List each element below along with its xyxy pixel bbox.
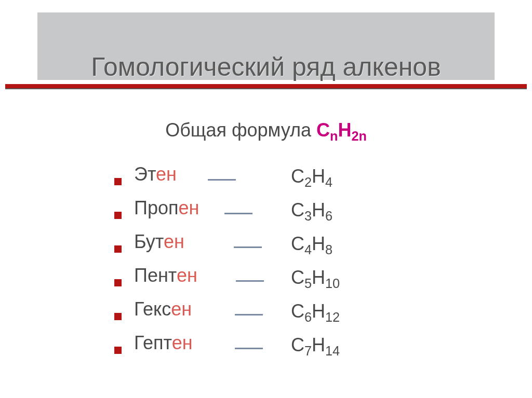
bullet-icon (114, 313, 122, 320)
compound-name: Этен (134, 163, 238, 185)
connector-line (224, 213, 252, 214)
compound-name: Бутен (134, 231, 238, 253)
bullet-icon (114, 212, 122, 219)
compound-name: Пропен (134, 197, 238, 219)
list-item: ГептенC7H14 (114, 332, 436, 366)
name-stem: Гепт (134, 332, 172, 353)
bullet-icon (114, 178, 122, 185)
bullet-icon (114, 347, 122, 354)
name-suffix: ен (177, 265, 197, 286)
slide: Гомологический ряд алкенов Общая формула… (0, 0, 532, 398)
connector-line (235, 314, 263, 315)
general-formula: CnH2n (316, 119, 367, 141)
list-item: ПропенC3H6 (114, 197, 436, 231)
bullet-icon (114, 279, 122, 286)
general-formula-line: Общая формула CnH2n (0, 119, 532, 141)
homologous-list: ЭтенC2H4ПропенC3H6БутенC4H8ПентенC5H10Ге… (114, 163, 436, 366)
list-item: ЭтенC2H4 (114, 163, 436, 197)
name-suffix: ен (178, 197, 199, 218)
page-title: Гомологический ряд алкенов (37, 12, 495, 81)
name-stem: Гекс (134, 298, 171, 320)
subtitle-prefix: Общая формула (165, 119, 316, 141)
name-stem: Бут (134, 231, 164, 252)
divider-thin (5, 88, 527, 89)
name-stem: Пент (134, 265, 177, 286)
name-suffix: ен (171, 298, 192, 320)
divider-red (5, 84, 527, 88)
molecular-formula: C2H4 (291, 166, 332, 187)
list-item: БутенC4H8 (114, 231, 436, 265)
compound-name: Гексен (134, 298, 238, 320)
molecular-formula: C5H10 (291, 267, 340, 289)
molecular-formula: C3H6 (291, 199, 332, 221)
molecular-formula: C7H14 (291, 334, 340, 356)
connector-line (235, 348, 263, 349)
compound-name: Пентен (134, 265, 238, 286)
name-suffix: ен (172, 332, 193, 353)
list-item: ГексенC6H12 (114, 298, 436, 332)
connector-line (208, 179, 236, 181)
name-stem: Проп (134, 197, 178, 218)
connector-line (236, 280, 264, 282)
name-suffix: ен (164, 231, 184, 252)
molecular-formula: C4H8 (291, 233, 332, 255)
molecular-formula: C6H12 (291, 300, 340, 322)
bullet-icon (114, 245, 122, 253)
compound-name: Гептен (134, 332, 238, 354)
name-suffix: ен (156, 163, 177, 185)
list-item: ПентенC5H10 (114, 265, 436, 298)
name-stem: Эт (134, 163, 156, 185)
connector-line (234, 246, 262, 248)
header-block: Гомологический ряд алкенов (37, 12, 495, 80)
